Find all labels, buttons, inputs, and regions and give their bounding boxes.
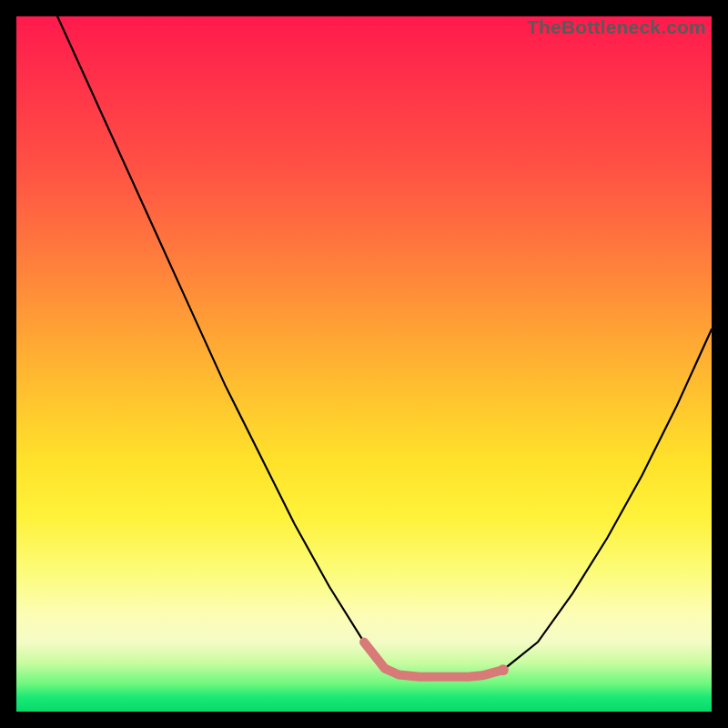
floor-end-dot [498,664,509,675]
chart-svg [16,16,712,712]
bottleneck-curve-path [16,0,712,677]
floor-highlight-path [364,642,503,677]
chart-frame: TheBottleneck.com [16,16,712,712]
